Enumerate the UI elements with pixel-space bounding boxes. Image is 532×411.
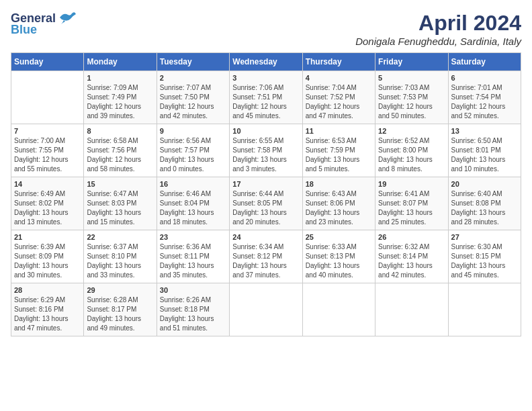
calendar-cell: 1Sunrise: 7:09 AMSunset: 7:49 PMDaylight…: [84, 71, 157, 124]
day-info: Sunrise: 6:55 AMSunset: 7:58 PMDaylight:…: [232, 137, 287, 173]
day-info: Sunrise: 6:47 AMSunset: 8:03 PMDaylight:…: [87, 190, 141, 226]
day-number: 15: [87, 180, 153, 188]
calendar-cell: 12Sunrise: 6:52 AMSunset: 8:00 PMDayligh…: [375, 124, 448, 177]
day-info: Sunrise: 7:01 AMSunset: 7:54 PMDaylight:…: [451, 84, 506, 120]
day-number: 4: [306, 74, 372, 82]
calendar-cell: 20Sunrise: 6:40 AMSunset: 8:08 PMDayligh…: [448, 177, 521, 230]
calendar-cell: 26Sunrise: 6:32 AMSunset: 8:14 PMDayligh…: [375, 230, 448, 283]
calendar-cell: 27Sunrise: 6:30 AMSunset: 8:15 PMDayligh…: [448, 230, 521, 283]
calendar-cell: 5Sunrise: 7:03 AMSunset: 7:53 PMDaylight…: [375, 71, 448, 124]
calendar-week-row: 7Sunrise: 7:00 AMSunset: 7:55 PMDaylight…: [11, 124, 521, 177]
day-number: 19: [378, 180, 445, 188]
day-number: 20: [451, 180, 518, 188]
day-info: Sunrise: 6:26 AMSunset: 8:18 PMDaylight:…: [160, 296, 214, 332]
day-number: 14: [14, 180, 81, 188]
header-monday: Monday: [84, 53, 157, 71]
calendar-cell: 14Sunrise: 6:49 AMSunset: 8:02 PMDayligh…: [11, 177, 84, 230]
day-number: 6: [451, 74, 518, 82]
day-number: 28: [14, 286, 81, 294]
day-info: Sunrise: 7:07 AMSunset: 7:50 PMDaylight:…: [160, 84, 214, 120]
day-info: Sunrise: 6:33 AMSunset: 8:13 PMDaylight:…: [306, 243, 360, 279]
day-info: Sunrise: 6:53 AMSunset: 7:59 PMDaylight:…: [306, 137, 360, 173]
day-number: 26: [378, 233, 445, 241]
day-info: Sunrise: 7:09 AMSunset: 7:49 PMDaylight:…: [87, 84, 141, 120]
calendar-cell: 18Sunrise: 6:43 AMSunset: 8:06 PMDayligh…: [302, 177, 375, 230]
day-info: Sunrise: 6:36 AMSunset: 8:11 PMDaylight:…: [160, 243, 214, 279]
day-info: Sunrise: 6:34 AMSunset: 8:12 PMDaylight:…: [232, 243, 287, 279]
calendar-cell: 2Sunrise: 7:07 AMSunset: 7:50 PMDaylight…: [157, 71, 229, 124]
header-wednesday: Wednesday: [230, 53, 302, 71]
calendar-cell: 6Sunrise: 7:01 AMSunset: 7:54 PMDaylight…: [448, 71, 521, 124]
day-number: 7: [14, 127, 81, 135]
calendar-cell: 16Sunrise: 6:46 AMSunset: 8:04 PMDayligh…: [157, 177, 229, 230]
calendar-week-row: 1Sunrise: 7:09 AMSunset: 7:49 PMDaylight…: [11, 71, 521, 124]
calendar-cell: 3Sunrise: 7:06 AMSunset: 7:51 PMDaylight…: [230, 71, 302, 124]
day-number: 10: [232, 127, 299, 135]
day-number: 2: [160, 74, 226, 82]
day-number: 21: [14, 233, 81, 241]
day-number: 17: [232, 180, 299, 188]
day-number: 29: [87, 286, 153, 294]
calendar-week-row: 14Sunrise: 6:49 AMSunset: 8:02 PMDayligh…: [11, 177, 521, 230]
header-tuesday: Tuesday: [157, 53, 229, 71]
calendar-cell: [230, 283, 302, 336]
day-info: Sunrise: 6:50 AMSunset: 8:01 PMDaylight:…: [451, 137, 506, 173]
header-thursday: Thursday: [302, 53, 375, 71]
calendar-cell: 29Sunrise: 6:28 AMSunset: 8:17 PMDayligh…: [84, 283, 157, 336]
calendar-cell: 21Sunrise: 6:39 AMSunset: 8:09 PMDayligh…: [11, 230, 84, 283]
day-number: 8: [87, 127, 153, 135]
day-info: Sunrise: 6:52 AMSunset: 8:00 PMDaylight:…: [378, 137, 433, 173]
calendar-cell: 15Sunrise: 6:47 AMSunset: 8:03 PMDayligh…: [84, 177, 157, 230]
calendar-cell: 7Sunrise: 7:00 AMSunset: 7:55 PMDaylight…: [11, 124, 84, 177]
calendar-cell: [302, 283, 375, 336]
calendar-cell: 23Sunrise: 6:36 AMSunset: 8:11 PMDayligh…: [157, 230, 229, 283]
day-number: 1: [87, 74, 153, 82]
day-number: 13: [451, 127, 518, 135]
day-number: 18: [306, 180, 372, 188]
header-saturday: Saturday: [448, 53, 521, 71]
day-number: 27: [451, 233, 518, 241]
day-info: Sunrise: 6:58 AMSunset: 7:56 PMDaylight:…: [87, 137, 141, 173]
day-info: Sunrise: 6:44 AMSunset: 8:05 PMDaylight:…: [232, 190, 287, 226]
calendar-cell: 28Sunrise: 6:29 AMSunset: 8:16 PMDayligh…: [11, 283, 84, 336]
calendar-cell: 8Sunrise: 6:58 AMSunset: 7:56 PMDaylight…: [84, 124, 157, 177]
day-number: 3: [232, 74, 299, 82]
title-area: April 2024 Donigala Fenugheddu, Sardinia…: [355, 11, 521, 47]
day-info: Sunrise: 6:37 AMSunset: 8:10 PMDaylight:…: [87, 243, 141, 279]
header-sunday: Sunday: [11, 53, 84, 71]
day-number: 16: [160, 180, 226, 188]
day-info: Sunrise: 6:43 AMSunset: 8:06 PMDaylight:…: [306, 190, 360, 226]
day-number: 30: [160, 286, 226, 294]
calendar-cell: 19Sunrise: 6:41 AMSunset: 8:07 PMDayligh…: [375, 177, 448, 230]
header-friday: Friday: [375, 53, 448, 71]
logo-bird-icon: [57, 11, 76, 26]
calendar-cell: 10Sunrise: 6:55 AMSunset: 7:58 PMDayligh…: [230, 124, 302, 177]
day-number: 25: [306, 233, 372, 241]
calendar-header-row: SundayMondayTuesdayWednesdayThursdayFrid…: [11, 53, 521, 71]
calendar-cell: 11Sunrise: 6:53 AMSunset: 7:59 PMDayligh…: [302, 124, 375, 177]
day-info: Sunrise: 7:06 AMSunset: 7:51 PMDaylight:…: [232, 84, 287, 120]
day-info: Sunrise: 6:39 AMSunset: 8:09 PMDaylight:…: [14, 243, 69, 279]
calendar-cell: 30Sunrise: 6:26 AMSunset: 8:18 PMDayligh…: [157, 283, 229, 336]
day-number: 12: [378, 127, 445, 135]
calendar-cell: 22Sunrise: 6:37 AMSunset: 8:10 PMDayligh…: [84, 230, 157, 283]
day-number: 23: [160, 233, 226, 241]
day-info: Sunrise: 7:04 AMSunset: 7:52 PMDaylight:…: [306, 84, 360, 120]
calendar-cell: [375, 283, 448, 336]
calendar-cell: [11, 71, 84, 124]
day-info: Sunrise: 6:49 AMSunset: 8:02 PMDaylight:…: [14, 190, 69, 226]
day-number: 24: [232, 233, 299, 241]
calendar-cell: 9Sunrise: 6:56 AMSunset: 7:57 PMDaylight…: [157, 124, 229, 177]
calendar-week-row: 21Sunrise: 6:39 AMSunset: 8:09 PMDayligh…: [11, 230, 521, 283]
day-info: Sunrise: 6:29 AMSunset: 8:16 PMDaylight:…: [14, 296, 69, 332]
day-info: Sunrise: 6:40 AMSunset: 8:08 PMDaylight:…: [451, 190, 506, 226]
logo-blue: Blue: [11, 23, 37, 37]
location: Donigala Fenugheddu, Sardinia, Italy: [355, 36, 521, 47]
month-title: April 2024: [355, 11, 521, 36]
calendar-cell: 24Sunrise: 6:34 AMSunset: 8:12 PMDayligh…: [230, 230, 302, 283]
day-info: Sunrise: 7:03 AMSunset: 7:53 PMDaylight:…: [378, 84, 433, 120]
day-number: 5: [378, 74, 445, 82]
calendar-cell: [448, 283, 521, 336]
day-info: Sunrise: 7:00 AMSunset: 7:55 PMDaylight:…: [14, 137, 69, 173]
day-info: Sunrise: 6:41 AMSunset: 8:07 PMDaylight:…: [378, 190, 433, 226]
